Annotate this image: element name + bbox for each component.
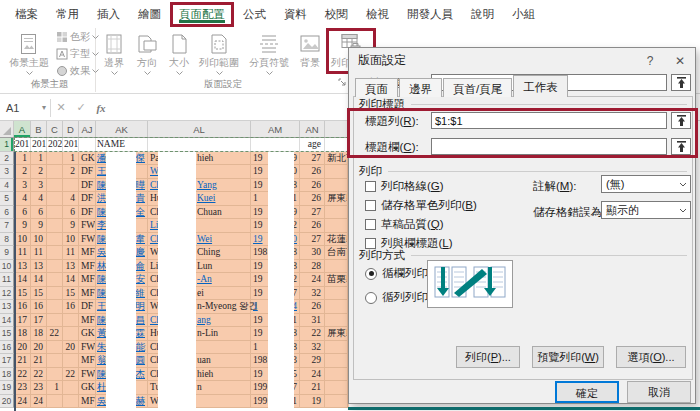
checkbox-black-and-white[interactable]: 儲存格單色列印(B) xyxy=(365,198,477,213)
margins-button[interactable]: 邊界 xyxy=(98,28,130,79)
column-header-AN[interactable]: AN xyxy=(300,121,325,137)
cell-AJ1[interactable] xyxy=(79,138,96,152)
theme-fonts-button[interactable]: 字型 xyxy=(56,45,99,62)
cell-A8[interactable]: 10 xyxy=(14,233,31,247)
collapse-dialog-icon[interactable] xyxy=(671,112,691,129)
cancel-entry-icon[interactable]: ✕ xyxy=(53,101,69,114)
cell-C14[interactable] xyxy=(47,314,63,328)
ok-button[interactable]: 確定 xyxy=(555,381,619,403)
tab-sheet[interactable]: 工作表 xyxy=(513,75,568,97)
cell-D10[interactable]: 13 xyxy=(63,260,79,274)
themes-button[interactable]: 佈景主題 xyxy=(4,28,54,79)
cell-C19[interactable]: 1 xyxy=(47,381,63,395)
cell-A20[interactable]: 24 xyxy=(14,395,31,409)
checkbox-gridlines[interactable]: 列印格線(G) xyxy=(365,179,444,194)
column-header-A[interactable]: A xyxy=(14,121,31,137)
cell-A10[interactable]: 13 xyxy=(14,260,31,274)
cell-AO9[interactable]: 台南市 xyxy=(325,246,348,260)
cell-errors-dropdown[interactable]: 顯示的 xyxy=(601,201,691,219)
cell-B15[interactable]: 18 xyxy=(31,327,47,341)
cell-A15[interactable]: 18 xyxy=(14,327,31,341)
column-header-AJ[interactable]: AJ xyxy=(79,121,96,137)
cell-AO19[interactable] xyxy=(325,381,348,395)
cell-B20[interactable]: 24 xyxy=(31,395,47,409)
cell-AO2[interactable]: 新北市 xyxy=(325,152,348,166)
cell-C10[interactable] xyxy=(47,260,63,274)
row-header-16[interactable]: 16 xyxy=(0,341,14,355)
cell-B6[interactable]: 6 xyxy=(31,206,47,220)
cell-D20[interactable] xyxy=(63,395,79,409)
cell-AJ20[interactable]: MF xyxy=(79,395,96,409)
cell-AO7[interactable] xyxy=(325,219,348,233)
cell-A5[interactable]: 4 xyxy=(14,192,31,206)
print-preview-button[interactable]: 預覽列印(W) xyxy=(532,346,604,368)
help-icon[interactable]: ? xyxy=(635,54,665,68)
column-header-AL[interactable]: AL xyxy=(148,121,251,137)
cell-D11[interactable]: 14 xyxy=(63,273,79,287)
title-col-input[interactable] xyxy=(431,138,667,155)
cell-AJ16[interactable]: FW xyxy=(79,341,96,355)
cell-B13[interactable]: 16 xyxy=(31,300,47,314)
column-header-B[interactable]: B xyxy=(31,121,47,137)
cell-D8[interactable]: 10 xyxy=(63,233,79,247)
cell-AL1[interactable] xyxy=(148,138,251,152)
cell-D9[interactable]: 11 xyxy=(63,246,79,260)
column-header-D[interactable]: D xyxy=(63,121,79,137)
cell-AO15[interactable]: 屏東縣 xyxy=(325,327,348,341)
row-header-8[interactable]: 8 xyxy=(0,233,14,247)
tab-margins[interactable]: 邊界 xyxy=(399,78,442,97)
cell-B2[interactable]: 1 xyxy=(31,152,47,166)
title-row-input[interactable] xyxy=(431,112,667,129)
cell-D5[interactable]: 4 xyxy=(63,192,79,206)
cell-A18[interactable]: 22 xyxy=(14,368,31,382)
cell-B1[interactable]: 201 xyxy=(31,138,47,152)
row-header-9[interactable]: 9 xyxy=(0,246,14,260)
cell-B9[interactable]: 11 xyxy=(31,246,47,260)
cell-AJ18[interactable]: FW xyxy=(79,368,96,382)
cell-D7[interactable]: 9 xyxy=(63,219,79,233)
cell-D19[interactable] xyxy=(63,381,79,395)
row-header-12[interactable]: 12 xyxy=(0,287,14,301)
cell-C11[interactable] xyxy=(47,273,63,287)
cell-AO16[interactable] xyxy=(325,341,348,355)
cell-C4[interactable] xyxy=(47,179,63,193)
ribbon-tab-team[interactable]: 小組 xyxy=(503,2,544,27)
dialog-launcher-icon[interactable] xyxy=(338,72,346,90)
cell-B11[interactable]: 14 xyxy=(31,273,47,287)
cell-AO5[interactable]: 屏東縣 xyxy=(325,192,348,206)
select-all-corner[interactable] xyxy=(0,121,14,137)
cell-AO1[interactable] xyxy=(325,138,348,152)
cell-C15[interactable]: 22 xyxy=(47,327,63,341)
row-header-4[interactable]: 4 xyxy=(0,179,14,193)
ribbon-tab-formulas[interactable]: 公式 xyxy=(234,2,275,27)
cell-B4[interactable]: 3 xyxy=(31,179,47,193)
column-header-AO[interactable] xyxy=(325,121,348,137)
cell-AN4[interactable]: 26 xyxy=(300,179,325,193)
print-button[interactable]: 列印(P)... xyxy=(456,346,520,368)
cell-C12[interactable] xyxy=(47,287,63,301)
cell-AN17[interactable]: 29 xyxy=(300,354,325,368)
cell-AJ12[interactable]: MF xyxy=(79,287,96,301)
cell-AN16[interactable]: 32 xyxy=(300,341,325,355)
cell-AN14[interactable]: 31 xyxy=(300,314,325,328)
row-header-18[interactable]: 18 xyxy=(0,368,14,382)
cell-B3[interactable]: 2 xyxy=(31,165,47,179)
cell-A14[interactable]: 17 xyxy=(14,314,31,328)
insert-function-icon[interactable]: fx xyxy=(93,102,109,114)
cell-AN6[interactable]: 27 xyxy=(300,206,325,220)
cell-AN15[interactable]: 22 xyxy=(300,327,325,341)
cell-AN3[interactable]: 26 xyxy=(300,165,325,179)
cell-AN1[interactable]: age xyxy=(300,138,325,152)
cell-A16[interactable]: 20 xyxy=(14,341,31,355)
cell-A3[interactable]: 2 xyxy=(14,165,31,179)
row-header-14[interactable]: 14 xyxy=(0,314,14,328)
tab-page[interactable]: 頁面 xyxy=(355,78,398,97)
cell-B19[interactable]: 23 xyxy=(31,381,47,395)
cell-B17[interactable]: 21 xyxy=(31,354,47,368)
cell-AJ11[interactable]: MF xyxy=(79,273,96,287)
cancel-button[interactable]: 取消 xyxy=(627,381,691,403)
cell-B12[interactable]: 15 xyxy=(31,287,47,301)
cell-AN10[interactable]: 28 xyxy=(300,260,325,274)
cell-D16[interactable]: 20 xyxy=(63,341,79,355)
cell-A2[interactable]: 1 xyxy=(14,152,31,166)
